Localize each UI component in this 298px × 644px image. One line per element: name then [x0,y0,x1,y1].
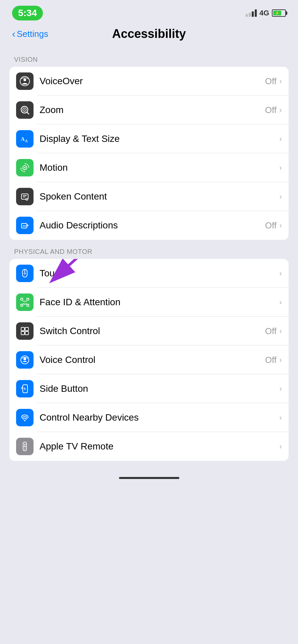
display-text-label: Display & Text Size [40,133,279,144]
voiceover-row[interactable]: VoiceOver Off › [9,67,289,96]
zoom-row[interactable]: Zoom Off › [9,96,289,124]
switch-control-chevron-icon: › [279,326,282,336]
voiceover-chevron-icon: › [279,76,282,86]
svg-point-1 [23,78,26,81]
zoom-value: Off [265,105,277,115]
control-nearby-icon [16,409,34,426]
side-button-chevron-icon: › [279,384,282,393]
touch-icon [16,265,34,282]
home-bar [119,477,179,479]
svg-rect-28 [25,327,28,331]
display-text-chevron-icon: › [279,134,282,144]
zoom-chevron-icon: › [279,105,282,115]
control-nearby-label: Control Nearby Devices [40,412,279,423]
control-nearby-chevron-icon: › [279,413,282,422]
header: ‹ Settings Accessibility [0,23,298,48]
network-label: 4G [259,9,269,17]
back-chevron-icon: ‹ [12,29,15,39]
physical-motor-section-label: PHYSICAL AND MOTOR [9,248,289,256]
spoken-content-icon: ▶ [16,188,34,205]
voice-control-row[interactable]: Voice Control Off › [9,345,289,374]
switch-control-row[interactable]: Switch Control Off › [9,317,289,345]
spoken-content-chevron-icon: › [279,192,282,201]
svg-line-4 [27,112,29,114]
switch-control-icon [16,322,34,340]
touch-chevron-icon: › [279,269,282,278]
audio-descriptions-label: Audio Descriptions [40,220,265,231]
status-time: 5:34 [12,6,43,20]
svg-point-24 [23,301,24,302]
svg-point-25 [26,301,27,302]
physical-motor-section: PHYSICAL AND MOTOR Touch › [9,248,289,461]
status-icons: 4G ⚡ [246,9,286,17]
physical-motor-card: Touch › [9,259,289,461]
audio-descriptions-value: Off [265,220,277,231]
svg-rect-30 [25,331,28,335]
svg-rect-20 [21,298,23,300]
apple-tv-remote-icon [16,438,34,455]
page-title: Accessibility [112,27,186,41]
apple-tv-remote-row[interactable]: Apple TV Remote › [9,432,289,461]
svg-rect-29 [21,331,24,335]
motion-chevron-icon: › [279,163,282,172]
svg-rect-11 [23,195,27,196]
control-nearby-row[interactable]: Control Nearby Devices › [9,403,289,432]
switch-control-label: Switch Control [40,326,265,336]
back-label: Settings [17,29,48,39]
voice-control-icon [16,351,34,369]
signal-icon [246,9,257,17]
face-id-icon [16,293,34,311]
touch-row[interactable]: Touch › [9,259,289,288]
motion-label: Motion [40,162,279,173]
home-indicator [0,464,298,482]
face-id-row[interactable]: Face ID & Attention › [9,288,289,317]
face-id-label: Face ID & Attention [40,297,279,308]
svg-point-5 [24,109,25,110]
voice-control-value: Off [265,355,277,365]
apple-tv-remote-label: Apple TV Remote [40,441,279,452]
status-bar: 5:34 4G ⚡ [0,0,298,23]
apple-tv-remote-chevron-icon: › [279,442,282,451]
display-text-row[interactable]: A A Display & Text Size › [9,124,289,153]
svg-rect-33 [23,385,27,393]
display-text-icon: A A [16,130,34,148]
audio-descriptions-chevron-icon: › [279,221,282,230]
voiceover-label: VoiceOver [40,76,265,87]
svg-point-36 [24,420,25,421]
switch-control-value: Off [265,326,277,336]
audio-descriptions-icon: AD [16,217,34,234]
side-button-icon [16,380,34,397]
side-button-label: Side Button [40,383,279,394]
svg-text:A: A [25,139,28,143]
voiceover-value: Off [265,76,277,87]
spoken-content-label: Spoken Content [40,191,279,202]
svg-point-32 [23,358,26,360]
face-id-chevron-icon: › [279,298,282,307]
svg-text:AD: AD [22,224,26,227]
svg-point-9 [24,167,25,168]
svg-text:A: A [21,136,25,142]
voice-control-label: Voice Control [40,355,265,365]
zoom-icon [16,101,34,119]
svg-rect-22 [21,304,23,306]
motion-row[interactable]: Motion › [9,153,289,182]
back-button[interactable]: ‹ Settings [12,29,48,39]
svg-rect-23 [27,304,29,306]
touch-label: Touch [40,268,279,279]
motion-icon [16,159,34,176]
side-button-row[interactable]: Side Button › [9,374,289,403]
voiceover-icon [16,72,34,90]
audio-descriptions-row[interactable]: AD Audio Descriptions Off › [9,211,289,240]
svg-rect-27 [21,327,24,331]
vision-section: VISION VoiceOver Off › [9,56,289,240]
voice-control-chevron-icon: › [279,355,282,365]
svg-rect-12 [23,197,25,197]
zoom-label: Zoom [40,105,265,115]
vision-card: VoiceOver Off › Zoom Off › A [9,67,289,240]
svg-point-41 [24,449,25,450]
battery-icon: ⚡ [272,9,286,17]
svg-rect-21 [27,298,29,300]
svg-point-38 [24,444,25,445]
vision-section-label: VISION [9,56,289,63]
spoken-content-row[interactable]: ▶ Spoken Content › [9,182,289,211]
